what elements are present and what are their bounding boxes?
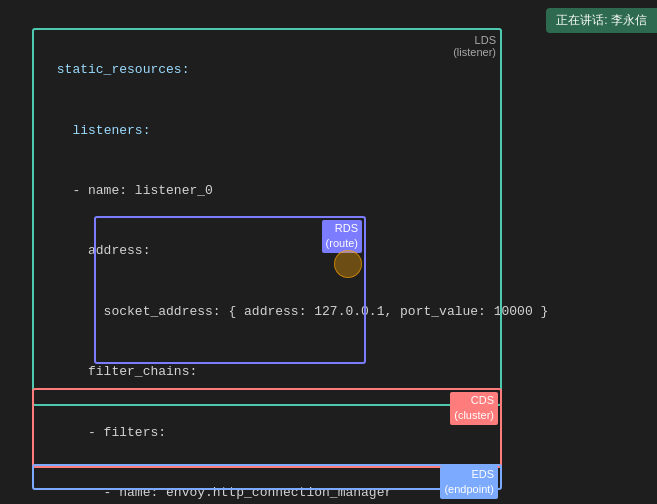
line-filter-chains: filter_chains: bbox=[10, 342, 647, 402]
line-filter-name: - name: envoy.http_connection_manager bbox=[10, 463, 647, 504]
line-static-resources: static_resources: bbox=[10, 40, 647, 100]
line-listener-name: - name: listener_0 bbox=[10, 161, 647, 221]
talking-badge: 正在讲话: 李永信 bbox=[546, 8, 657, 33]
line-address: address: bbox=[10, 221, 647, 281]
main-container: 正在讲话: 李永信 LDS (listener) RDS (route) CDS… bbox=[0, 0, 657, 504]
line-listeners: listeners: bbox=[10, 100, 647, 160]
line-filters: - filters: bbox=[10, 403, 647, 463]
line-socket-address: socket_address: { address: 127.0.0.1, po… bbox=[10, 282, 647, 342]
code-area: static_resources: listeners: - name: lis… bbox=[0, 8, 657, 504]
